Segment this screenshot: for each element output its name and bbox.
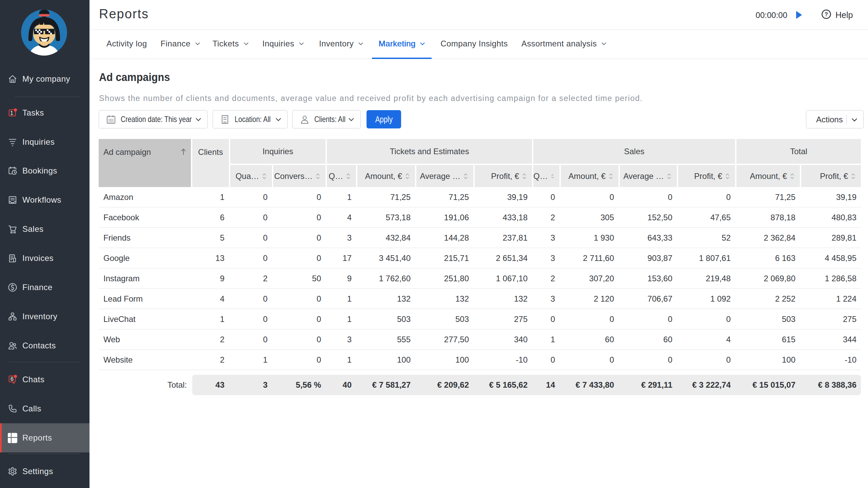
svg-text:6: 6 [11,376,14,382]
svg-text:?: ? [825,12,828,17]
svg-text:1: 1 [10,110,13,116]
